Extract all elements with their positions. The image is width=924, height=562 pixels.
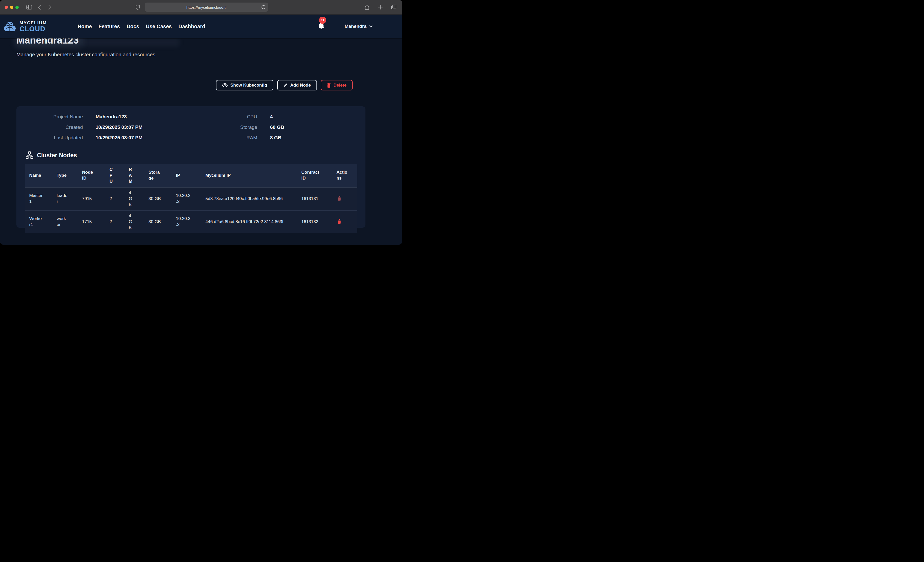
node-cpu: 2 xyxy=(105,187,124,210)
tab-overview-icon[interactable] xyxy=(390,3,398,11)
show-kubeconfig-label: Show Kubeconfig xyxy=(230,83,267,88)
nav-links: Home Features Docs Use Cases Dashboard xyxy=(78,24,206,30)
node-id: 1715 xyxy=(78,211,105,233)
chevron-down-icon xyxy=(369,25,373,28)
user-menu[interactable]: Mahendra xyxy=(345,24,373,29)
project-name-label: Project Name xyxy=(25,114,83,120)
notifications-button[interactable]: 11 xyxy=(318,22,326,31)
node-ip: 10.20.3.2 xyxy=(171,211,201,233)
trash-icon xyxy=(338,219,341,224)
table-row: Master1 leader 7915 2 4 GB 30 GB 10.20.2… xyxy=(25,187,357,211)
nav-link-features[interactable]: Features xyxy=(99,24,120,30)
col-actions: Actions xyxy=(332,164,357,187)
node-type: worker xyxy=(52,211,78,233)
mycelium-cloud-logo-icon xyxy=(3,20,16,33)
storage-label: Storage xyxy=(185,124,257,130)
minimize-window-button[interactable] xyxy=(10,6,14,9)
cluster-nodes-table: Name Type Node ID CPU RAM Storage IP Myc… xyxy=(25,164,357,233)
last-updated-value: 10/29/2025 03:07 PM xyxy=(96,135,172,140)
node-type: leader xyxy=(52,187,78,210)
top-navbar: MYCELIUM CLOUD Home Features Docs Use Ca… xyxy=(0,15,402,39)
delete-label: Delete xyxy=(333,83,346,88)
delete-cluster-button[interactable]: Delete xyxy=(321,80,352,90)
trash-icon xyxy=(338,196,341,200)
username: Mahendra xyxy=(345,24,366,29)
back-button-icon[interactable] xyxy=(36,3,44,11)
blur-artifact-2 xyxy=(82,38,180,46)
notification-count-badge: 11 xyxy=(319,16,326,24)
col-node-id: Node ID xyxy=(78,164,105,187)
node-ip: 10.20.2.2 xyxy=(171,187,201,210)
node-cpu: 2 xyxy=(105,211,124,233)
project-info: Project Name Mahendra123 CPU 4 Created 1… xyxy=(25,114,357,140)
new-tab-icon[interactable] xyxy=(376,3,384,11)
col-mycelium-ip: Mycelium IP xyxy=(201,164,297,187)
nav-link-home[interactable]: Home xyxy=(78,24,92,30)
network-nodes-icon xyxy=(26,151,33,159)
share-icon[interactable] xyxy=(363,3,371,11)
node-storage: 30 GB xyxy=(144,187,171,210)
last-updated-label: Last Updated xyxy=(25,135,83,140)
delete-node-button[interactable] xyxy=(336,195,342,202)
nav-link-use-cases[interactable]: Use Cases xyxy=(146,24,172,30)
table-header-row: Name Type Node ID CPU RAM Storage IP Myc… xyxy=(25,164,357,187)
url-text: https://myceliumcloud.tf xyxy=(186,5,227,9)
node-name: Worker1 xyxy=(25,211,52,233)
node-mycelium-ip: 446:d2a6:8bcd:8c16:ff0f:72e2:3114:863f xyxy=(201,211,297,233)
node-mycelium-ip: 5d8:78ea:a120:f40c:ff0f:a5fe:99e6:8b96 xyxy=(201,187,297,210)
col-ram: RAM xyxy=(124,164,144,187)
project-name-value: Mahendra123 xyxy=(96,114,172,120)
col-ip: IP xyxy=(171,164,201,187)
col-storage: Storage xyxy=(144,164,171,187)
col-cpu: CPU xyxy=(105,164,124,187)
reload-icon[interactable] xyxy=(261,4,266,10)
ram-value: 8 GB xyxy=(270,135,357,140)
trash-icon xyxy=(327,83,331,88)
col-type: Type xyxy=(52,164,78,187)
add-node-button[interactable]: Add Node xyxy=(277,80,317,90)
forward-button-icon[interactable] xyxy=(46,3,54,11)
node-contract-id: 1613132 xyxy=(297,211,332,233)
ram-label: RAM xyxy=(185,135,257,140)
cpu-label: CPU xyxy=(185,114,257,120)
cluster-detail-panel: Project Name Mahendra123 CPU 4 Created 1… xyxy=(16,106,366,228)
nav-link-dashboard[interactable]: Dashboard xyxy=(178,24,205,30)
page-content: Mahendra123 Manage your Kubernetes clust… xyxy=(0,39,402,245)
brand-name-bottom: CLOUD xyxy=(20,25,47,33)
node-id: 7915 xyxy=(78,187,105,210)
show-kubeconfig-button[interactable]: Show Kubeconfig xyxy=(216,80,273,90)
add-node-label: Add Node xyxy=(290,83,311,88)
browser-window: https://myceliumcloud.tf xyxy=(0,0,402,245)
col-name: Name xyxy=(25,164,52,187)
node-name: Master1 xyxy=(25,187,52,210)
close-window-button[interactable] xyxy=(4,6,8,9)
cpu-value: 4 xyxy=(270,114,357,120)
sidebar-toggle-icon[interactable] xyxy=(26,3,33,11)
storage-value: 60 GB xyxy=(270,124,357,130)
brand-name-top: MYCELIUM xyxy=(20,21,47,25)
node-ram: 4 GB xyxy=(124,211,144,233)
col-contract-id: Contract ID xyxy=(297,164,332,187)
brand-logo[interactable]: MYCELIUM CLOUD xyxy=(3,20,47,33)
node-ram: 4 GB xyxy=(124,187,144,210)
cluster-nodes-title: Cluster Nodes xyxy=(37,152,77,159)
eye-icon xyxy=(222,83,228,87)
browser-chrome: https://myceliumcloud.tf xyxy=(0,0,402,15)
cluster-actions-toolbar: Show Kubeconfig Add Node Delete xyxy=(16,80,366,90)
created-value: 10/29/2025 03:07 PM xyxy=(96,124,172,130)
pencil-icon xyxy=(284,83,288,87)
nav-link-docs[interactable]: Docs xyxy=(127,24,139,30)
privacy-shield-icon[interactable] xyxy=(134,3,141,11)
delete-node-button[interactable] xyxy=(336,218,342,226)
created-label: Created xyxy=(25,124,83,130)
node-storage: 30 GB xyxy=(144,211,171,233)
page-subtitle: Manage your Kubernetes cluster configura… xyxy=(16,52,402,58)
table-row: Worker1 worker 1715 2 4 GB 30 GB 10.20.3… xyxy=(25,211,357,233)
node-contract-id: 1613131 xyxy=(297,187,332,210)
traffic-lights xyxy=(4,6,19,9)
address-bar[interactable]: https://myceliumcloud.tf xyxy=(145,3,268,12)
zoom-window-button[interactable] xyxy=(15,6,19,9)
